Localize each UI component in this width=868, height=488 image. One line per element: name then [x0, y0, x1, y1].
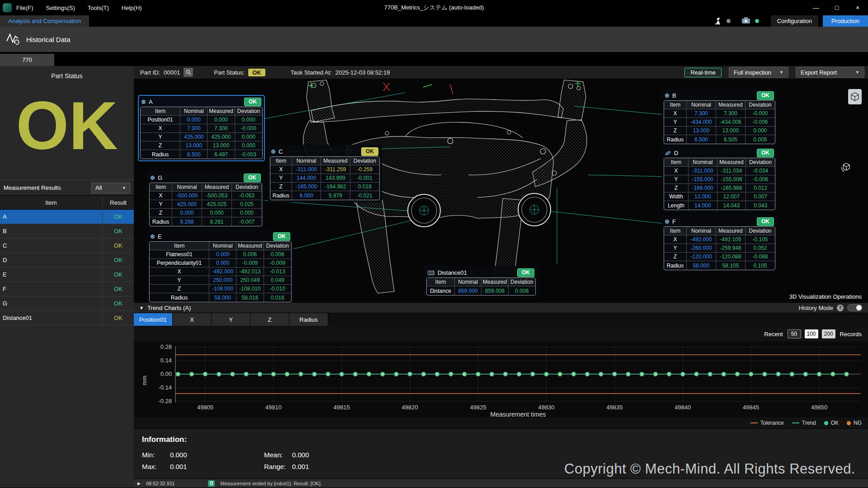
copyright-text: Copyright © Mech-Mind. All Rights Reserv…: [564, 461, 855, 477]
menu-bar: File(F)Settings(S)Tools(T)Help(H): [16, 5, 142, 11]
info-value: 0.000: [170, 451, 187, 459]
recent-100-button[interactable]: 100: [805, 329, 818, 338]
trend-chart[interactable]: 0.280.140.00-0.14-0.28498054981049815498…: [134, 342, 868, 418]
list-item-F[interactable]: FOK: [0, 282, 134, 296]
search-part-button[interactable]: [184, 68, 193, 77]
trend-tab-y[interactable]: Y: [212, 313, 250, 326]
svg-text:49815: 49815: [334, 404, 350, 411]
feature-table-titlebar: COK: [270, 147, 380, 156]
expand-log-icon[interactable]: ▶: [137, 481, 141, 486]
history-mode-toggle[interactable]: [847, 304, 863, 311]
results-col-result: Result: [102, 196, 134, 209]
chevron-down-icon: ▼: [779, 70, 783, 75]
tab-analysis-and-compensation[interactable]: Analysis and Compensation: [0, 15, 89, 27]
part-status-label: Part Status: [0, 72, 134, 80]
svg-text:Measurement times: Measurement times: [491, 411, 546, 418]
svg-text:49835: 49835: [606, 404, 623, 411]
svg-text:0.28: 0.28: [160, 343, 172, 350]
results-filter-dropdown[interactable]: All ▼: [91, 183, 130, 193]
3d-visualization-operations-label[interactable]: 3D Visualization Operations: [789, 293, 862, 300]
svg-text:-0.14: -0.14: [158, 384, 172, 391]
records-label: Records: [840, 331, 862, 338]
inspection-mode-dropdown[interactable]: Full inspection ▼: [729, 67, 788, 78]
info-label: Range:: [264, 463, 292, 470]
result-status: OK: [102, 210, 134, 224]
measurement-results-list: AOKBOKCOKDOKEOKFOKGOKDistance01OK: [0, 210, 134, 325]
results-table-header: Item Result: [0, 195, 134, 210]
feature-table-C[interactable]: COKItemNominalMeasuredDeviationX-311.000…: [268, 145, 382, 202]
ruler-feature-icon: [428, 271, 434, 275]
trend-tabs: Position01XYZRadius: [134, 313, 868, 326]
feature-table-Distance01[interactable]: Distance01OKItemNominalMeasuredDeviation…: [424, 266, 538, 298]
result-item-name: Distance01: [0, 314, 102, 321]
chevron-down-icon: ▼: [855, 70, 859, 75]
camera-icon: [741, 17, 750, 26]
trend-tab-radius[interactable]: Radius: [289, 313, 328, 326]
status-badge: OK: [757, 149, 774, 157]
historical-data-label[interactable]: Historical Data: [26, 36, 71, 43]
status-badge: OK: [244, 98, 261, 106]
result-item-name: B: [0, 228, 102, 235]
svg-text:0.00: 0.00: [160, 371, 172, 377]
trend-charts-title: Trend Charts (A): [147, 305, 191, 311]
list-item-D[interactable]: DOK: [0, 253, 134, 267]
list-item-B[interactable]: BOK: [0, 224, 134, 239]
legend-label: NG: [854, 420, 862, 426]
list-item-E[interactable]: EOK: [0, 267, 134, 282]
feature-label: G: [158, 174, 162, 181]
production-button[interactable]: Production: [823, 15, 868, 27]
feature-table-B[interactable]: BOKItemNominalMeasuredDeviationX7.3007.3…: [661, 89, 778, 146]
feature-table-D[interactable]: DOKItemNominalMeasuredDeviationX-311.000…: [661, 146, 778, 212]
menu-item-toolst[interactable]: Tools(T): [88, 5, 109, 11]
result-item-name: A: [0, 213, 102, 220]
info-mean: Mean:0.000: [264, 449, 868, 460]
result-status: OK: [102, 239, 134, 253]
app-window: File(F)Settings(S)Tools(T)Help(H) 770B_M…: [0, 0, 868, 488]
tab-770[interactable]: 770: [0, 54, 54, 66]
svg-text:49820: 49820: [402, 404, 418, 411]
feature-table-F[interactable]: FOKItemNominalMeasuredDeviationX-492.000…: [661, 215, 778, 272]
recent-50-button[interactable]: 50: [788, 329, 801, 338]
export-report-dropdown[interactable]: Export Report ▼: [796, 67, 864, 78]
legend-ng: NG: [847, 420, 862, 426]
feature-table-G[interactable]: GOKItemNominalMeasuredDeviationX-500.000…: [147, 171, 264, 229]
list-item-Distance01[interactable]: Distance01OK: [0, 311, 134, 325]
svg-text:49805: 49805: [197, 404, 213, 411]
trend-charts-header[interactable]: ▼ Trend Charts (A) History Mode ?: [134, 303, 868, 313]
tolerance-swatch-icon: [750, 422, 758, 423]
menu-item-helph[interactable]: Help(H): [122, 5, 142, 11]
trend-tab-z[interactable]: Z: [250, 313, 289, 326]
camera-status-dot: [755, 19, 759, 23]
feature-table-A[interactable]: AOKItemNominalMeasuredDeviationPosition0…: [138, 95, 265, 161]
result-status: OK: [102, 253, 134, 267]
menu-item-filef[interactable]: File(F): [16, 5, 33, 11]
window-title: 770B_Metrics_システム (auto-loaded): [384, 4, 484, 12]
top-tab-row: Analysis and Compensation Configuration …: [0, 15, 868, 27]
trend-tab-x[interactable]: X: [173, 313, 212, 326]
feature-table-titlebar: FOK: [664, 217, 775, 226]
info-max: Max:0.001: [142, 460, 264, 472]
list-item-C[interactable]: COK: [0, 239, 134, 253]
help-icon[interactable]: ?: [837, 305, 844, 311]
view-cube-button[interactable]: [848, 89, 862, 104]
list-item-A[interactable]: AOK: [0, 210, 134, 224]
circle-feature-icon: [271, 150, 275, 154]
svg-text:49845: 49845: [743, 404, 759, 411]
recent-200-button[interactable]: 200: [822, 329, 835, 338]
viewport-3d[interactable]: 3D Visualization Operations AOKItemNomin…: [134, 79, 868, 303]
svg-text:49830: 49830: [538, 404, 554, 411]
list-item-G[interactable]: GOK: [0, 296, 134, 311]
feature-table-E[interactable]: EOKItemNominalMeasuredDeviationFlatness0…: [147, 230, 294, 303]
part-id-value: 00001: [164, 69, 180, 76]
historical-data-icon[interactable]: [5, 31, 21, 47]
collapse-caret-icon[interactable]: ▼: [139, 305, 144, 310]
rotate-view-button[interactable]: [838, 159, 854, 176]
configuration-button[interactable]: Configuration: [771, 15, 818, 27]
minimize-button[interactable]: —: [806, 0, 826, 15]
trend-tab-position01[interactable]: Position01: [134, 313, 173, 326]
close-button[interactable]: ×: [847, 0, 868, 15]
svg-text:49810: 49810: [265, 404, 282, 411]
maximize-button[interactable]: □: [826, 0, 847, 15]
menu-item-settingss[interactable]: Settings(S): [46, 5, 75, 11]
realtime-button[interactable]: Real-time: [684, 68, 722, 77]
